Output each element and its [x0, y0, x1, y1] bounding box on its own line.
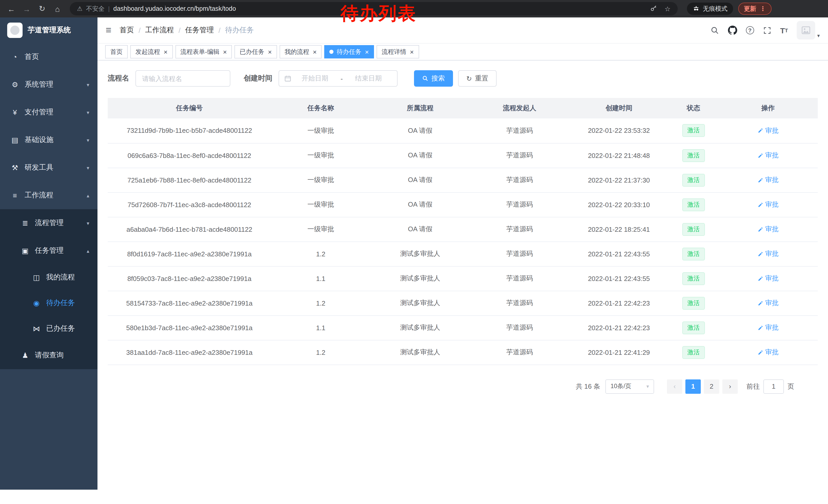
sidebar-item-system[interactable]: ⚙ 系统管理 ▾ [0, 71, 97, 98]
approve-link[interactable]: 审批 [757, 151, 779, 160]
font-size-icon[interactable]: TT [780, 26, 788, 35]
star-icon[interactable]: ☆ [665, 5, 670, 12]
edit-icon [757, 325, 763, 330]
tab-close-icon[interactable]: × [164, 48, 167, 55]
todo-task-table: 任务编号任务名称所属流程流程发起人创建时间状态操作 73211d9d-7b9b-… [108, 98, 818, 365]
approve-link[interactable]: 审批 [757, 175, 779, 185]
status-badge: 激活 [682, 272, 705, 285]
sidebar-item-workflow[interactable]: ≡ 工作流程 ▴ [0, 182, 97, 209]
sidebar-item-infrastructure[interactable]: ▤ 基础设施 ▾ [0, 126, 97, 154]
edit-icon [757, 276, 763, 281]
tools-icon: ⚒ [10, 164, 19, 172]
cell-task-id: 75d72608-7b7f-11ec-a3c8-acde48001122 [108, 192, 271, 217]
calendar-icon [284, 75, 291, 82]
sidebar-item-done-tasks[interactable]: ⋈ 已办任务 [0, 316, 97, 341]
sidebar-toggle-icon[interactable]: ≡ [106, 25, 111, 36]
tab-bar: 首页 发起流程 × 流程表单-编辑 × 已办任务 × 我的流程 × 待办任务 × [97, 43, 828, 60]
breadcrumb-item[interactable]: 任务管理 [185, 26, 214, 35]
app-title: 芋道管理系统 [28, 26, 71, 35]
date-range-picker[interactable]: 开始日期 - 结束日期 [279, 70, 398, 87]
tab-form-edit[interactable]: 流程表单-编辑 × [175, 45, 232, 58]
approve-link[interactable]: 审批 [757, 323, 779, 332]
tab-close-icon[interactable]: × [365, 48, 369, 55]
back-icon[interactable]: ← [4, 2, 18, 16]
yen-icon: ¥ [10, 108, 19, 117]
refresh-icon[interactable]: ↻ [35, 2, 49, 16]
forward-icon[interactable]: → [19, 2, 34, 16]
chevron-down-icon: ▾ [87, 165, 89, 171]
cell-starter: 芋道源码 [470, 315, 570, 340]
tab-close-icon[interactable]: × [223, 48, 227, 55]
search-button-icon [422, 75, 428, 82]
tab-close-icon[interactable]: × [268, 48, 272, 55]
sidebar-item-process-manage[interactable]: ≣ 流程管理 ▾ [0, 209, 97, 237]
approve-link[interactable]: 审批 [757, 200, 779, 209]
edit-icon [757, 128, 763, 134]
breadcrumb-item[interactable]: 首页 [120, 26, 134, 35]
tab-start-process[interactable]: 发起流程 × [130, 45, 173, 58]
cell-task-name: 1.2 [271, 340, 371, 365]
annotation-title: 待办列表 [341, 4, 417, 23]
process-name-label: 流程名 [108, 74, 129, 83]
next-page-button[interactable]: › [722, 379, 738, 394]
search-button[interactable]: 搜索 [414, 70, 453, 87]
tab-done-tasks[interactable]: 已办任务 × [235, 45, 277, 58]
approve-link[interactable]: 审批 [757, 249, 779, 259]
cell-task-name: 1.1 [271, 266, 371, 291]
breadcrumb-item[interactable]: 工作流程 [145, 26, 174, 35]
cell-create-time: 2022-01-22 20:33:10 [569, 192, 669, 217]
tab-process-detail[interactable]: 流程详情 × [377, 45, 419, 58]
tab-my-process[interactable]: 我的流程 × [280, 45, 322, 58]
sidebar-item-my-process[interactable]: ◫ 我的流程 [0, 265, 97, 290]
process-name-input[interactable] [135, 70, 230, 87]
page-unit-label: 页 [787, 382, 794, 391]
approve-link[interactable]: 审批 [757, 274, 779, 283]
home-icon[interactable]: ⌂ [50, 2, 65, 16]
help-icon[interactable]: ? [746, 26, 754, 34]
table-row: a6aba0a4-7b6d-11ec-b781-acde48001122 一级审… [108, 217, 818, 241]
cell-process: 测试多审批人 [370, 315, 470, 340]
reset-button[interactable]: ↻ 重置 [458, 70, 497, 87]
cell-process: OA 请假 [370, 217, 470, 241]
page-size-select[interactable]: 10条/页 ▾ [605, 379, 654, 394]
cell-task-name: 一级审批 [271, 217, 371, 241]
approve-link[interactable]: 审批 [757, 126, 779, 135]
active-tab-dot [330, 50, 334, 54]
approve-link[interactable]: 审批 [757, 225, 779, 234]
tab-home[interactable]: 首页 [105, 45, 128, 58]
table-row: 580e1b3d-7ac8-11ec-a9e2-a2380e71991a 1.1… [108, 315, 818, 340]
goto-page-input[interactable] [763, 379, 784, 394]
sidebar-item-home[interactable]: ◔ 首页 [0, 43, 97, 71]
update-button[interactable]: 更新 ⋮ [738, 3, 772, 15]
tab-close-icon[interactable]: × [313, 48, 317, 55]
approve-link[interactable]: 审批 [757, 299, 779, 308]
table-row: 8f0d1619-7ac8-11ec-a9e2-a2380e71991a 1.2… [108, 241, 818, 266]
sidebar-item-task-manage[interactable]: ▣ 任务管理 ▴ [0, 237, 97, 265]
approve-link[interactable]: 审批 [757, 348, 779, 357]
cell-starter: 芋道源码 [470, 168, 570, 192]
sidebar-item-leave-query[interactable]: ♟ 请假查询 [0, 341, 97, 369]
sidebar-header[interactable]: 芋道管理系统 [0, 17, 97, 43]
sidebar-item-payment[interactable]: ¥ 支付管理 ▾ [0, 98, 97, 126]
github-icon[interactable] [728, 26, 737, 35]
cell-task-name: 一级审批 [271, 143, 371, 168]
key-icon[interactable] [650, 4, 657, 13]
tab-todo-tasks[interactable]: 待办任务 × [325, 45, 374, 58]
tab-close-icon[interactable]: × [410, 48, 414, 55]
user-menu[interactable]: ▾ [797, 21, 820, 40]
search-icon[interactable] [710, 26, 719, 35]
status-badge: 激活 [682, 321, 705, 334]
fullscreen-icon[interactable] [762, 26, 771, 35]
column-header: 状态 [669, 98, 718, 119]
sidebar-item-devtools[interactable]: ⚒ 研发工具 ▾ [0, 154, 97, 182]
page-button[interactable]: 2 [704, 379, 719, 394]
reset-icon: ↻ [466, 75, 472, 82]
cell-task-id: 73211d9d-7b9b-11ec-b5b7-acde48001122 [108, 119, 271, 143]
sidebar-item-todo-tasks[interactable]: ◉ 待办任务 [0, 290, 97, 316]
edit-icon [757, 350, 763, 355]
prev-page-button[interactable]: ‹ [667, 379, 682, 394]
cell-task-id: 580e1b3d-7ac8-11ec-a9e2-a2380e71991a [108, 315, 271, 340]
menu-dots-icon[interactable]: ⋮ [760, 5, 766, 12]
url-divider: | [108, 5, 110, 12]
page-button[interactable]: 1 [686, 379, 701, 394]
